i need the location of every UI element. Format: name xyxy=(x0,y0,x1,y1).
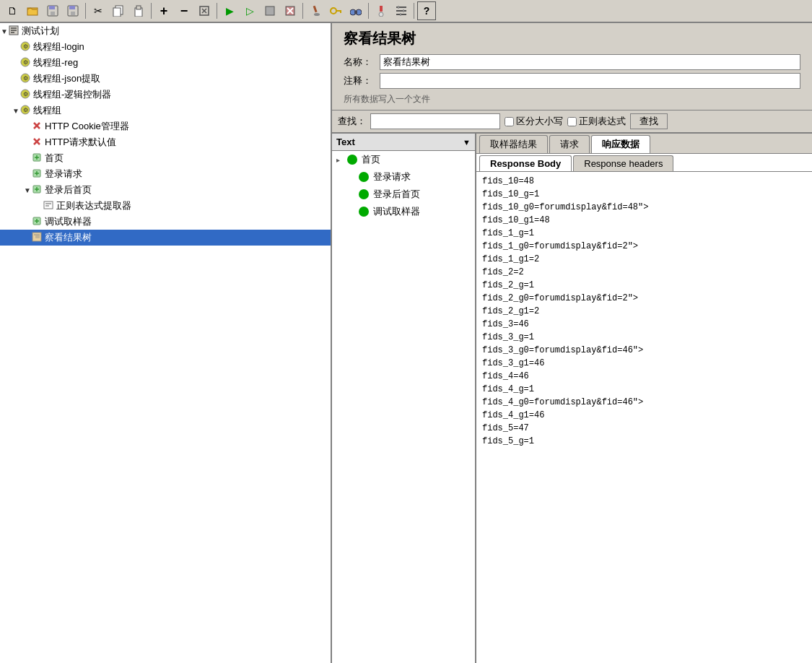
comment-input[interactable] xyxy=(380,73,800,89)
svg-rect-61 xyxy=(44,202,53,209)
paste-button[interactable] xyxy=(129,1,148,20)
search-button[interactable]: 查找 xyxy=(630,113,668,129)
response-line: fids_3_g1=46 xyxy=(482,357,806,370)
tree-node-post-login[interactable]: ▼登录后首页 xyxy=(0,182,331,198)
new-button[interactable]: 🗋 xyxy=(3,1,22,20)
tree-label-login-req: 登录请求 xyxy=(45,168,82,181)
response-line: fids_10_g1=48 xyxy=(482,214,806,227)
svg-rect-29 xyxy=(396,10,406,12)
split-area: Text ▼ ▸首页登录请求登录后首页调试取样器 取样器结果 请求 响应数据 R… xyxy=(332,132,812,663)
name-input[interactable] xyxy=(380,54,800,70)
svg-rect-32 xyxy=(403,9,404,12)
regex-checkbox[interactable] xyxy=(567,117,577,126)
toolbar: 🗋 ✂ + − ▶ ▷ ? xyxy=(0,0,812,23)
open-button[interactable] xyxy=(23,1,42,20)
tree-list-item[interactable]: 调试取样器 xyxy=(332,203,475,220)
results-panel: 取样器结果 请求 响应数据 Response Body Response hea… xyxy=(476,134,812,663)
regex-checkbox-label[interactable]: 正则表达式 xyxy=(567,115,626,128)
tree-icon-debug-sampler xyxy=(32,216,42,228)
copy-button[interactable] xyxy=(109,1,128,20)
tree-icon-test-plan xyxy=(9,25,19,38)
tree-node-login-req[interactable]: 登录请求 xyxy=(0,166,331,182)
test-plan-tree: ▼测试计划⚙线程组-login⚙线程组-reg⚙线程组-json提取⚙线程组-逻… xyxy=(0,23,331,246)
status-icon xyxy=(359,207,369,217)
tree-node-thread-group[interactable]: ▼⚙线程组 xyxy=(0,103,331,118)
stop-button[interactable] xyxy=(261,1,279,20)
svg-rect-22 xyxy=(340,12,341,13)
tree-icon-thread-group-login: ⚙ xyxy=(20,41,30,53)
tree-list: ▸首页登录请求登录后首页调试取样器 xyxy=(332,151,475,663)
response-line: fids_2_g0=forumdisplay&fid=2"> xyxy=(482,292,806,305)
search-input[interactable] xyxy=(370,113,500,129)
tree-label-thread-group-logic: 线程组-逻辑控制器 xyxy=(33,88,111,101)
tree-icon-regex-extractor xyxy=(43,200,53,212)
tab-response-headers[interactable]: Response headers xyxy=(573,155,673,171)
tree-node-http-default[interactable]: HTTP请求默认值 xyxy=(0,134,331,150)
response-line: fids_4=46 xyxy=(482,370,806,383)
svg-rect-31 xyxy=(398,6,399,9)
tree-icon-post-login xyxy=(32,184,42,196)
svg-text:⚙: ⚙ xyxy=(23,107,28,113)
tree-node-test-plan[interactable]: ▼测试计划 xyxy=(0,23,331,39)
response-line: fids_1_g1=2 xyxy=(482,253,806,266)
tab-sampler-result[interactable]: 取样器结果 xyxy=(479,135,548,153)
case-sensitive-checkbox-label[interactable]: 区分大小写 xyxy=(505,115,563,128)
response-line: fids_10_g0=forumdisplay&fid=48"> xyxy=(482,201,806,214)
clear-button[interactable] xyxy=(195,1,214,20)
add-button[interactable]: + xyxy=(154,1,173,20)
tree-node-http-cookie[interactable]: HTTP Cookie管理器 xyxy=(0,118,331,134)
save2-button[interactable] xyxy=(64,1,82,20)
tab-response-body[interactable]: Response Body xyxy=(479,155,572,171)
svg-rect-6 xyxy=(71,12,75,15)
play-button[interactable]: ▶ xyxy=(220,1,239,20)
tree-label-homepage: 首页 xyxy=(45,152,64,165)
tree-node-thread-group-json[interactable]: ⚙线程组-json提取 xyxy=(0,71,331,87)
dropdown-arrow-icon[interactable]: ▼ xyxy=(463,138,471,147)
tree-node-view-result-tree[interactable]: 察看结果树 xyxy=(0,230,331,246)
tree-node-debug-sampler[interactable]: 调试取样器 xyxy=(0,214,331,230)
response-line: fids_3_g0=forumdisplay&fid=46"> xyxy=(482,344,806,357)
remove-button[interactable]: − xyxy=(175,1,193,20)
broom-button[interactable] xyxy=(306,1,325,20)
response-line: fids_10_g=1 xyxy=(482,188,806,201)
binoculars-button[interactable] xyxy=(346,1,365,20)
tree-node-thread-group-logic[interactable]: ⚙线程组-逻辑控制器 xyxy=(0,87,331,103)
tree-icon-login-req xyxy=(32,168,42,181)
tree-item-label: 登录请求 xyxy=(373,170,411,183)
tree-list-item[interactable]: ▸首页 xyxy=(332,151,475,168)
key-button[interactable] xyxy=(326,1,345,20)
tree-node-regex-extractor[interactable]: 正则表达式提取器 xyxy=(0,198,331,214)
tab-request[interactable]: 请求 xyxy=(549,135,590,153)
tab-response-data[interactable]: 响应数据 xyxy=(591,135,650,153)
tree-node-thread-group-reg[interactable]: ⚙线程组-reg xyxy=(0,55,331,71)
tree-node-homepage[interactable]: 首页 xyxy=(0,150,331,166)
help-button[interactable]: ? xyxy=(417,1,436,20)
column-header-label: Text xyxy=(336,136,355,147)
tree-item-toggle: ▸ xyxy=(336,156,345,164)
play2-button[interactable]: ▷ xyxy=(240,1,259,20)
cut-button[interactable]: ✂ xyxy=(89,1,108,20)
status-icon xyxy=(347,155,357,165)
save-button[interactable] xyxy=(43,1,62,20)
case-sensitive-checkbox[interactable] xyxy=(505,117,514,126)
svg-rect-5 xyxy=(69,6,75,9)
tree-icon-thread-group: ⚙ xyxy=(20,105,30,117)
tree-node-thread-group-login[interactable]: ⚙线程组-login xyxy=(0,39,331,55)
settings-button[interactable] xyxy=(392,1,411,20)
brush-button[interactable] xyxy=(372,1,390,20)
svg-rect-3 xyxy=(51,12,55,15)
sep5 xyxy=(368,3,369,19)
tree-list-item[interactable]: 登录请求 xyxy=(332,168,475,186)
text-column: Text ▼ ▸首页登录请求登录后首页调试取样器 xyxy=(332,134,476,663)
svg-text:⚙: ⚙ xyxy=(23,59,28,66)
stop2-button[interactable] xyxy=(281,1,300,20)
column-header: Text ▼ xyxy=(332,134,475,151)
response-line: fids_3=46 xyxy=(482,318,806,331)
tree-item-label: 调试取样器 xyxy=(373,205,420,218)
svg-rect-2 xyxy=(49,6,55,9)
tree-label-http-default: HTTP请求默认值 xyxy=(45,136,116,149)
sep4 xyxy=(302,3,303,19)
tree-list-item[interactable]: 登录后首页 xyxy=(332,186,475,203)
search-label: 查找： xyxy=(338,115,366,128)
name-row: 名称： xyxy=(344,54,800,70)
